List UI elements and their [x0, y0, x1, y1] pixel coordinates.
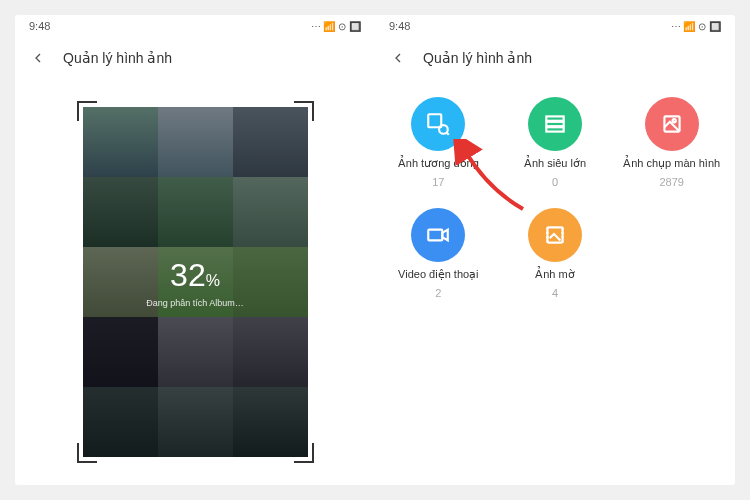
category-blurry[interactable]: Ảnh mờ 4: [498, 208, 613, 299]
svg-marker-9: [443, 230, 448, 241]
phone-screen-left: 9:48 ⋯ 📶 ⊙ 🔲 Quản lý hình ảnh: [15, 15, 375, 485]
scan-status: Đang phân tích Album…: [146, 298, 244, 308]
category-large[interactable]: Ảnh siêu lớn 0: [498, 97, 613, 188]
category-video[interactable]: Video điện thoại 2: [381, 208, 496, 299]
svg-rect-5: [546, 127, 563, 131]
svg-rect-0: [429, 114, 442, 127]
status-indicators: ⋯ 📶 ⊙ 🔲: [671, 21, 721, 32]
page-title: Quản lý hình ảnh: [423, 50, 532, 66]
category-count: 2: [435, 287, 441, 299]
status-time: 9:48: [29, 20, 50, 32]
svg-point-7: [672, 119, 675, 122]
category-screenshot[interactable]: Ảnh chụp màn hình 2879: [614, 97, 729, 188]
category-grid: Ảnh tương đồng 17 Ảnh siêu lớn 0 Ảnh chụ…: [375, 79, 735, 485]
category-count: 4: [552, 287, 558, 299]
large-icon: [528, 97, 582, 151]
svg-line-2: [447, 133, 449, 135]
scan-percent: 32%: [170, 257, 220, 294]
scan-area: 32% Đang phân tích Album…: [15, 79, 375, 485]
phone-screen-right: 9:48 ⋯ 📶 ⊙ 🔲 Quản lý hình ảnh Ảnh tương …: [375, 15, 735, 485]
status-indicators: ⋯ 📶 ⊙ 🔲: [311, 21, 361, 32]
category-count: 2879: [659, 176, 683, 188]
status-bar: 9:48 ⋯ 📶 ⊙ 🔲: [375, 15, 735, 37]
category-label: Ảnh mờ: [535, 268, 574, 281]
screenshot-icon: [645, 97, 699, 151]
scan-percent-number: 32: [170, 257, 206, 293]
category-count: 17: [432, 176, 444, 188]
app-bar: Quản lý hình ảnh: [375, 37, 735, 79]
page-title: Quản lý hình ảnh: [63, 50, 172, 66]
svg-rect-3: [546, 116, 563, 120]
blurry-icon: [528, 208, 582, 262]
back-icon[interactable]: [389, 49, 407, 67]
category-label: Ảnh siêu lớn: [524, 157, 586, 170]
status-bar: 9:48 ⋯ 📶 ⊙ 🔲: [15, 15, 375, 37]
scan-frame: 32% Đang phân tích Album…: [83, 107, 308, 457]
back-icon[interactable]: [29, 49, 47, 67]
screenshot-pair: 9:48 ⋯ 📶 ⊙ 🔲 Quản lý hình ảnh: [15, 15, 735, 485]
category-count: 0: [552, 176, 558, 188]
category-similar[interactable]: Ảnh tương đồng 17: [381, 97, 496, 188]
category-label: Video điện thoại: [398, 268, 478, 281]
video-icon: [411, 208, 465, 262]
category-label: Ảnh tương đồng: [398, 157, 479, 170]
app-bar: Quản lý hình ảnh: [15, 37, 375, 79]
scan-overlay: 32% Đang phân tích Album…: [83, 107, 308, 457]
svg-rect-4: [546, 122, 563, 126]
svg-point-1: [439, 125, 448, 134]
similar-icon: [411, 97, 465, 151]
status-time: 9:48: [389, 20, 410, 32]
svg-rect-8: [429, 230, 443, 241]
category-label: Ảnh chụp màn hình: [623, 157, 720, 170]
scan-percent-suffix: %: [206, 272, 220, 289]
